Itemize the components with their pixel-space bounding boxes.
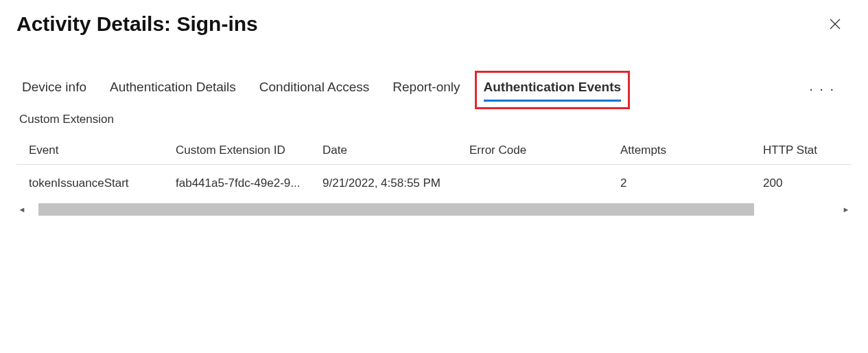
horizontal-scrollbar[interactable]: ◄ ► <box>16 203 852 216</box>
column-header-extension-id[interactable]: Custom Extension ID <box>176 144 322 157</box>
close-icon <box>829 18 841 30</box>
tabs-row: Device info Authentication Details Condi… <box>16 77 852 100</box>
scroll-right-arrow-icon[interactable]: ► <box>841 203 852 216</box>
column-header-date[interactable]: Date <box>322 144 469 157</box>
table-header: Event Custom Extension ID Date Error Cod… <box>16 136 852 165</box>
scrollbar-track[interactable] <box>27 203 841 216</box>
cell-attempts: 2 <box>620 176 763 190</box>
cell-date: 9/21/2022, 4:58:55 PM <box>322 176 469 190</box>
tab-conditional-access[interactable]: Conditional Access <box>259 77 370 100</box>
scroll-left-arrow-icon[interactable]: ◄ <box>16 203 27 216</box>
tab-device-info[interactable]: Device info <box>22 77 86 100</box>
events-table: Event Custom Extension ID Date Error Cod… <box>16 136 852 216</box>
cell-extension-id: fab441a5-7fdc-49e2-9... <box>176 176 322 190</box>
column-header-http-stat[interactable]: HTTP Stat <box>763 144 839 157</box>
overflow-menu-button[interactable]: · · · <box>805 78 839 100</box>
close-button[interactable] <box>824 13 846 35</box>
tab-report-only[interactable]: Report-only <box>392 77 460 100</box>
cell-http-stat: 200 <box>763 176 839 190</box>
page-title: Activity Details: Sign-ins <box>16 12 258 36</box>
section-title: Custom Extension <box>16 113 852 126</box>
column-header-attempts[interactable]: Attempts <box>620 144 763 157</box>
column-header-error-code[interactable]: Error Code <box>469 144 620 157</box>
table-row[interactable]: tokenIssuanceStart fab441a5-7fdc-49e2-9.… <box>16 165 852 202</box>
scrollbar-thumb[interactable] <box>38 203 754 216</box>
column-header-event[interactable]: Event <box>29 144 176 157</box>
cell-event: tokenIssuanceStart <box>29 176 176 190</box>
ellipsis-icon: · · · <box>809 81 835 96</box>
tab-authentication-events[interactable]: Authentication Events <box>484 77 622 100</box>
tab-highlight-box: Authentication Events <box>475 71 631 109</box>
tab-authentication-details[interactable]: Authentication Details <box>110 77 236 100</box>
